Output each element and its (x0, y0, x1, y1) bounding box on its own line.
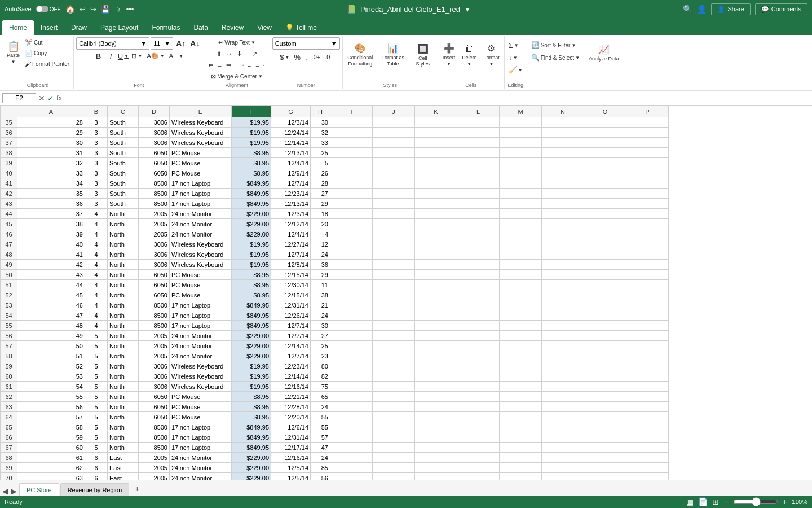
cell-empty[interactable] (373, 260, 415, 270)
cell-empty[interactable] (584, 351, 626, 361)
cell-b[interactable]: 5 (85, 331, 108, 341)
cell-empty[interactable] (500, 249, 542, 260)
cell-empty[interactable] (584, 158, 626, 168)
cell-empty[interactable] (626, 412, 669, 422)
cell-a[interactable]: 48 (17, 321, 85, 331)
cell-empty[interactable] (330, 148, 373, 158)
bold-button[interactable]: B (92, 51, 104, 61)
cell-e[interactable]: PC Mouse (170, 158, 232, 168)
cell-empty[interactable] (415, 148, 457, 158)
cell-b[interactable]: 5 (85, 392, 108, 402)
cell-f[interactable]: $849.95 (232, 189, 271, 199)
cell-empty[interactable] (542, 219, 584, 229)
cell-e[interactable]: PC Mouse (170, 280, 232, 290)
cell-empty[interactable] (415, 382, 457, 392)
row-header[interactable]: 66 (1, 432, 17, 443)
cell-empty[interactable] (415, 138, 457, 148)
cell-empty[interactable] (626, 331, 669, 341)
row-header[interactable]: 40 (1, 168, 17, 178)
cell-reference-box[interactable] (2, 93, 36, 103)
row-header[interactable]: 63 (1, 402, 17, 412)
cell-e[interactable]: 17inch Laptop (170, 199, 232, 209)
cell-b[interactable]: 3 (85, 138, 108, 148)
cell-b[interactable]: 3 (85, 168, 108, 178)
cell-empty[interactable] (626, 260, 669, 270)
cell-empty[interactable] (330, 371, 373, 382)
cell-h[interactable]: 82 (311, 371, 330, 382)
merge-center-button[interactable]: ⊠ Merge & Center ▼ (209, 71, 264, 81)
cell-c[interactable]: North (108, 351, 139, 361)
row-header[interactable]: 41 (1, 178, 17, 189)
cell-empty[interactable] (457, 392, 500, 402)
cell-empty[interactable] (373, 219, 415, 229)
cell-d[interactable]: 8500 (139, 310, 170, 321)
cell-c[interactable]: North (108, 300, 139, 310)
cell-a[interactable]: 62 (17, 463, 85, 473)
cell-f[interactable]: $229.00 (232, 219, 271, 229)
cell-g[interactable]: 12/20/14 (271, 412, 311, 422)
cell-e[interactable]: 17inch Laptop (170, 178, 232, 189)
cell-f[interactable]: $19.95 (232, 117, 271, 128)
col-header-L[interactable]: L (457, 106, 500, 117)
cell-empty[interactable] (415, 443, 457, 453)
row-header[interactable]: 38 (1, 148, 17, 158)
cell-b[interactable]: 5 (85, 341, 108, 351)
cell-h[interactable]: 29 (311, 270, 330, 280)
cell-empty[interactable] (500, 260, 542, 270)
cell-empty[interactable] (542, 158, 584, 168)
cell-empty[interactable] (542, 402, 584, 412)
share-button[interactable]: 👤Share (711, 3, 750, 15)
cell-g[interactable]: 12/31/14 (271, 300, 311, 310)
cell-empty[interactable] (415, 351, 457, 361)
cell-c[interactable]: East (108, 463, 139, 473)
cell-empty[interactable] (626, 310, 669, 321)
align-right-button[interactable]: ➡ (224, 60, 233, 70)
cell-empty[interactable] (457, 158, 500, 168)
cell-c[interactable]: South (108, 117, 139, 128)
cell-empty[interactable] (500, 402, 542, 412)
cell-b[interactable]: 4 (85, 229, 108, 239)
cell-empty[interactable] (415, 402, 457, 412)
cell-a[interactable]: 59 (17, 432, 85, 443)
cell-f[interactable]: $19.95 (232, 260, 271, 270)
cell-empty[interactable] (373, 331, 415, 341)
cell-c[interactable]: North (108, 219, 139, 229)
cell-empty[interactable] (415, 321, 457, 331)
cell-empty[interactable] (457, 168, 500, 178)
cell-empty[interactable] (584, 199, 626, 209)
prev-sheet-button[interactable]: ◀ (2, 487, 8, 496)
cell-empty[interactable] (584, 310, 626, 321)
row-header[interactable]: 67 (1, 443, 17, 453)
cell-f[interactable]: $8.95 (232, 270, 271, 280)
cell-empty[interactable] (330, 209, 373, 219)
cell-empty[interactable] (415, 412, 457, 422)
cell-empty[interactable] (415, 117, 457, 128)
cell-h[interactable]: 75 (311, 382, 330, 392)
delete-button[interactable]: 🗑 Delete ▼ (460, 40, 479, 70)
cell-empty[interactable] (626, 453, 669, 463)
cell-f[interactable]: $229.00 (232, 351, 271, 361)
cell-empty[interactable] (584, 443, 626, 453)
accounting-format-button[interactable]: $▼ (278, 52, 291, 62)
cell-empty[interactable] (542, 392, 584, 402)
cell-c[interactable]: South (108, 189, 139, 199)
cell-empty[interactable] (415, 260, 457, 270)
cell-a[interactable]: 38 (17, 219, 85, 229)
cell-f[interactable]: $8.95 (232, 290, 271, 300)
row-header[interactable]: 65 (1, 422, 17, 432)
cell-empty[interactable] (415, 168, 457, 178)
cell-c[interactable]: North (108, 422, 139, 432)
cell-d[interactable]: 2005 (139, 331, 170, 341)
cell-empty[interactable] (626, 189, 669, 199)
cell-empty[interactable] (500, 310, 542, 321)
row-header[interactable]: 35 (1, 117, 17, 128)
cell-empty[interactable] (542, 178, 584, 189)
cell-g[interactable]: 12/8/14 (271, 260, 311, 270)
cell-e[interactable]: 17inch Laptop (170, 310, 232, 321)
cell-d[interactable]: 6050 (139, 290, 170, 300)
cell-c[interactable]: South (108, 138, 139, 148)
cell-empty[interactable] (542, 209, 584, 219)
cell-empty[interactable] (330, 117, 373, 128)
col-header-G[interactable]: G (271, 106, 311, 117)
cell-h[interactable]: 21 (311, 300, 330, 310)
